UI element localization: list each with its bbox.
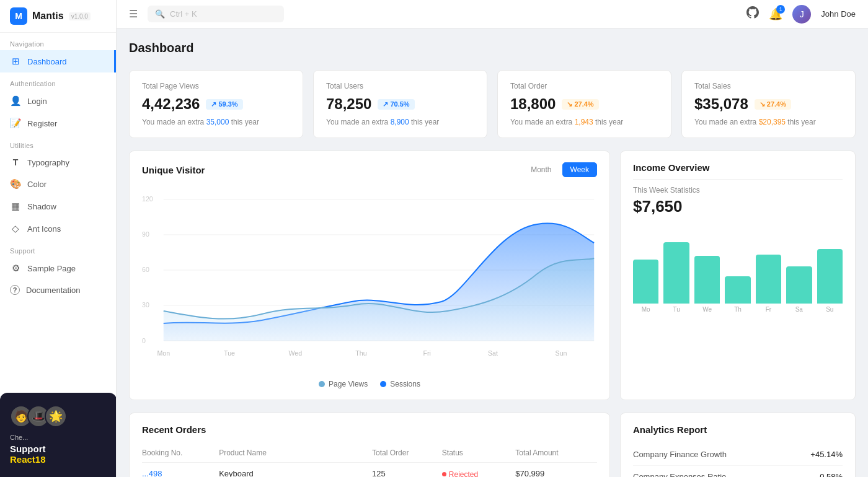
stat-badge: ↘ 27.4% [755, 99, 791, 110]
cell-amount: $70,999 [515, 463, 597, 478]
notification-icon[interactable]: 🔔 1 [769, 7, 782, 21]
nav-section-utilities: Utilities [0, 134, 116, 152]
cell-product: Keyboard [219, 463, 372, 478]
stat-card-page-views: Total Page Views 4,42,236 ↗ 59.3% You ma… [129, 70, 303, 138]
nav-section-authentication: Authentication [0, 72, 116, 90]
bar [817, 249, 843, 304]
topbar-icons: 🔔 1 J John Doe [746, 5, 856, 24]
svg-text:120: 120 [142, 195, 153, 203]
sidebar-item-register[interactable]: 📝 Register [0, 112, 116, 134]
bar-col: Mo [633, 260, 658, 313]
analytics-value: +45.14% [810, 450, 843, 459]
col-booking: Booking No. [142, 444, 219, 463]
topbar: ☰ 🔍 Ctrl + K 🔔 1 J John Doe [117, 0, 868, 28]
color-icon: 🎨 [10, 178, 21, 190]
orders-table: Booking No. Product Name Total Order Sta… [142, 444, 597, 477]
orders-table-card: Recent Orders Booking No. Product Name T… [129, 413, 610, 477]
stat-badge: ↗ 70.5% [378, 99, 414, 110]
bar-label: Su [826, 306, 833, 313]
sidebar-item-shadow[interactable]: ▦ Shadow [0, 195, 116, 217]
income-week-label: This Week Statistics [633, 186, 843, 195]
area-chart-svg: 0 30 60 90 120 [142, 187, 597, 373]
tab-month[interactable]: Month [523, 162, 559, 177]
sidebar-item-label: Documentation [26, 286, 80, 295]
stat-highlight: 1,943 [575, 118, 593, 126]
login-icon: 👤 [10, 95, 21, 107]
trend-up-icon: ↗ [211, 100, 216, 108]
bar [725, 276, 750, 304]
nav-section-navigation: Navigation [0, 33, 116, 50]
svg-text:60: 60 [142, 266, 149, 273]
svg-text:Wed: Wed [288, 349, 302, 357]
sidebar-item-label: Sample Page [27, 264, 76, 273]
nav-section-support: Support [0, 240, 116, 257]
bar-label: Sa [795, 306, 803, 313]
promo-title: Support [10, 444, 107, 454]
promo-avatars: 🧑 🎩 🌟 [10, 405, 107, 427]
bar-label: We [702, 306, 712, 313]
stat-highlight: $20,395 [759, 118, 786, 126]
col-status: Status [442, 444, 515, 463]
badge-value: 70.5% [390, 100, 409, 108]
sample-page-icon: ⚙ [10, 263, 21, 274]
ant-icons-icon: ◇ [10, 223, 21, 234]
sidebar-item-sample-page[interactable]: ⚙ Sample Page [0, 257, 116, 279]
search-icon: 🔍 [155, 9, 165, 19]
bar [633, 260, 658, 304]
badge-value: 27.4% [574, 100, 593, 108]
income-overview-card: Income Overview This Week Statistics $7,… [620, 151, 856, 400]
sidebar-item-documentation[interactable]: ? Documentation [0, 279, 116, 300]
badge-value: 27.4% [767, 100, 786, 108]
charts-row: Unique Visitor Month Week [129, 151, 856, 400]
app-name: Mantis [32, 11, 64, 22]
promo-subtitle: React18 [10, 454, 107, 465]
chart-title: Unique Visitor [142, 165, 205, 175]
analytics-value: 0.58% [820, 472, 843, 477]
sidebar-item-label: Register [27, 119, 57, 128]
content-area: Dashboard Total Page Views 4,42,236 ↗ 59… [117, 28, 868, 477]
analytics-title: Analytics Report [633, 424, 843, 435]
bar-label: Mo [642, 306, 650, 313]
bar [663, 242, 689, 304]
github-icon[interactable] [746, 6, 759, 22]
sidebar-item-login[interactable]: 👤 Login [0, 90, 116, 112]
search-bar[interactable]: 🔍 Ctrl + K [148, 6, 284, 22]
bar-col: We [694, 256, 720, 313]
bar-col: Su [817, 249, 843, 313]
analytics-label: Company Expenses Ratio [633, 472, 726, 477]
sidebar-item-dashboard[interactable]: ⊞ Dashboard [0, 50, 116, 72]
stat-extra: You made an extra 8,900 this year [326, 118, 474, 126]
trend-down-icon: ↘ [567, 100, 572, 108]
stat-value: 18,800 [510, 95, 556, 113]
stat-extra: You made an extra $20,395 this year [694, 118, 843, 126]
area-chart: 0 30 60 90 120 [142, 187, 597, 375]
bar [756, 255, 781, 304]
svg-text:Fri: Fri [423, 349, 431, 357]
chart-legend: Page Views Sessions [142, 380, 597, 388]
sidebar-item-color[interactable]: 🎨 Color [0, 173, 116, 195]
trend-up-icon: ↗ [383, 100, 388, 108]
app-version: v1.0.0 [69, 12, 91, 20]
stat-value: $35,078 [694, 95, 748, 113]
legend-sessions: Sessions [380, 380, 420, 388]
notification-badge: 1 [776, 5, 785, 14]
bar-label: Tu [673, 306, 680, 313]
register-icon: 📝 [10, 118, 21, 129]
analytics-row: Company Expenses Ratio 0.58% [633, 466, 843, 477]
page-title: Dashboard [129, 41, 856, 55]
sidebar-item-typography[interactable]: T Typography [0, 152, 116, 173]
menu-icon[interactable]: ☰ [129, 8, 138, 20]
tab-week[interactable]: Week [562, 162, 597, 177]
bar-col: Tu [663, 242, 689, 313]
logo-icon: M [10, 7, 27, 25]
promo-label: Che... [10, 434, 107, 441]
svg-text:90: 90 [142, 230, 149, 238]
user-avatar[interactable]: J [792, 5, 811, 24]
user-name[interactable]: John Doe [821, 9, 856, 19]
svg-text:Sun: Sun [556, 349, 567, 357]
stat-label: Total Order [510, 82, 658, 90]
sidebar-item-ant-icons[interactable]: ◇ Ant Icons [0, 217, 116, 240]
promo-avatar-3: 🌟 [45, 405, 67, 427]
svg-text:0: 0 [142, 337, 146, 344]
stat-extra: You made an extra 35,000 this year [142, 118, 290, 126]
